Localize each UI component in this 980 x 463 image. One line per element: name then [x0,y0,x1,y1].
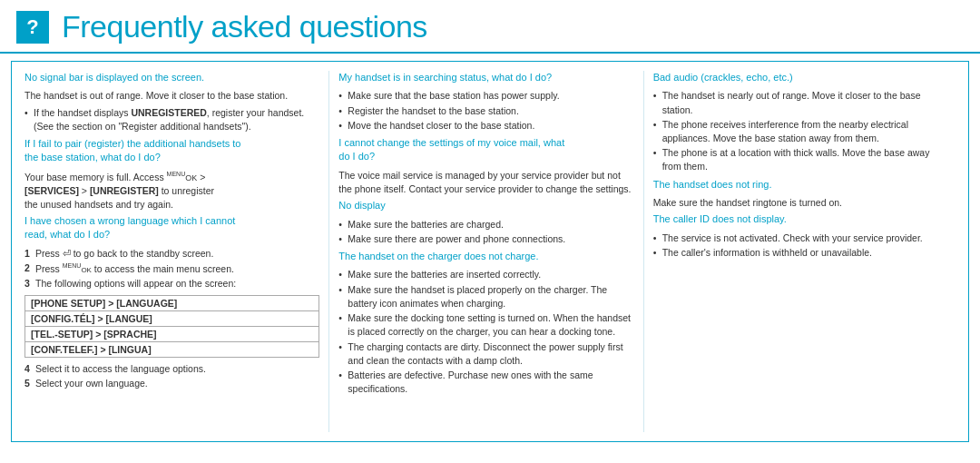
section-wrong-language-title: I have chosen a wrong language which I c… [24,214,319,242]
list-item: The caller's information is withheld or … [653,246,948,260]
section-searching-status: My handset is in searching status, what … [338,71,633,133]
column-3: Bad audio (crackles, echo, etc.) The han… [644,71,957,432]
list-item: The phone is at a location with thick wa… [653,146,948,173]
list-item: Make sure the docking tone setting is tu… [338,311,633,339]
page-title: Frequently asked questions [62,9,427,44]
list-item: Make sure that the base station has powe… [338,89,633,103]
language-table: [PHONE SETUP] > [LANGUAGE] [CONFIG.TÉL] … [24,295,319,358]
list-item: 3The following options will appear on th… [24,277,319,291]
list-item: 2Press MENUOK to access the main menu sc… [24,261,319,276]
section-fail-pair: If I fail to pair (register) the additio… [24,137,319,212]
list-item: The phone receives interference from the… [653,118,948,145]
table-row: [CONFIG.TÉL] > [LANGUE] [25,310,319,326]
steps-list: 1Press ⏎ to go back to the standby scree… [24,247,319,291]
page-header: ? Frequently asked questions [0,0,980,54]
list-item: 1Press ⏎ to go back to the standby scree… [24,247,319,261]
section-no-signal: No signal bar is displayed on the screen… [24,71,319,133]
list-item: Move the handset closer to the base stat… [338,119,633,133]
section-no-display: No display Make sure the batteries are c… [338,199,633,246]
column-2: My handset is in searching status, what … [329,71,643,432]
section-no-signal-title: No signal bar is displayed on the screen… [24,71,319,84]
table-row: [PHONE SETUP] > [LANGUAGE] [25,295,319,310]
section-caller-id-title: The caller ID does not display. [653,212,948,226]
table-row: [CONF.TELEF.] > [LINGUA] [25,341,319,357]
list-item: Make sure the handset is placed properly… [338,283,633,310]
list-item: The service is not activated. Check with… [653,232,948,245]
section-searching-status-title: My handset is in searching status, what … [338,71,633,84]
section-no-ring-title: The handset does not ring. [653,178,948,192]
section-fail-pair-title: If I fail to pair (register) the additio… [24,137,319,165]
list-item: 5Select your own language. [24,377,319,390]
list-item: The charging contacts are dirty. Disconn… [338,340,633,368]
list-item: Batteries are defective. Purchase new on… [338,369,633,396]
page-container: ? Frequently asked questions No signal b… [0,0,980,442]
section-fail-pair-text: Your base memory is full. Access MENUOK … [24,170,319,212]
table-cell: [PHONE SETUP] > [LANGUAGE] [25,295,319,310]
header-icon: ? [16,11,49,44]
table-cell: [TEL.-SETUP] > [SPRACHE] [25,326,319,341]
list-item: The handset is nearly out of range. Move… [653,89,948,116]
section-voice-mail-title: I cannot change the settings of my voice… [338,136,633,164]
section-bad-audio: Bad audio (crackles, echo, etc.) The han… [653,71,948,174]
table-cell: [CONF.TELEF.] > [LINGUA] [25,341,319,357]
section-voice-mail-text: The voice mail service is managed by you… [338,169,633,196]
section-charger-title: The handset on the charger does not char… [338,250,633,263]
caller-id-bullets: The service is not activated. Check with… [653,232,948,260]
section-caller-id: The caller ID does not display. The serv… [653,212,948,260]
table-row: [TEL.-SETUP] > [SPRACHE] [25,326,319,341]
no-display-bullets: Make sure the batteries are charged. Mak… [338,218,633,246]
faq-content: No signal bar is displayed on the screen… [11,61,969,442]
column-1: No signal bar is displayed on the screen… [23,71,329,432]
section-no-signal-text: The handset is out of range. Move it clo… [24,89,319,103]
list-item: 4Select it to access the language option… [24,362,319,376]
section-wrong-language: I have chosen a wrong language which I c… [24,214,319,390]
list-item: If the handset displays UNREGISTERED, re… [24,106,319,133]
list-item: Make sure the batteries are charged. [338,218,633,232]
section-voice-mail: I cannot change the settings of my voice… [338,136,633,196]
section-charger: The handset on the charger does not char… [338,250,633,396]
section-bad-audio-title: Bad audio (crackles, echo, etc.) [653,71,948,84]
section-no-ring: The handset does not ring. Make sure the… [653,178,948,211]
list-item: Make sure there are power and phone conn… [338,232,633,246]
section-no-signal-bullets: If the handset displays UNREGISTERED, re… [24,106,319,133]
list-item: Make sure the batteries are inserted cor… [338,268,633,281]
steps-after-list: 4Select it to access the language option… [24,362,319,390]
section-no-ring-text: Make sure the handset ringtone is turned… [653,196,948,210]
charger-bullets: Make sure the batteries are inserted cor… [338,268,633,396]
table-cell: [CONFIG.TÉL] > [LANGUE] [25,310,319,326]
bad-audio-bullets: The handset is nearly out of range. Move… [653,89,948,173]
list-item: Register the handset to the base station… [338,104,633,118]
searching-status-bullets: Make sure that the base station has powe… [338,89,633,133]
section-no-display-title: No display [338,199,633,212]
